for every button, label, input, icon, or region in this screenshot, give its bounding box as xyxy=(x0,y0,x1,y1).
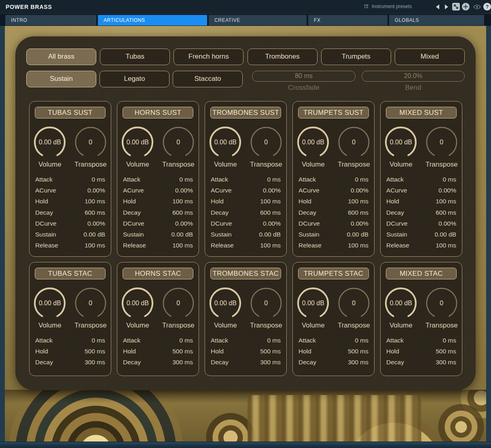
transpose-knob[interactable]: 0 xyxy=(425,125,459,159)
transpose-knob[interactable]: 0 xyxy=(249,125,283,159)
volume-knob[interactable]: 0.00 dB xyxy=(208,125,242,159)
param-value[interactable]: 0.00% xyxy=(175,185,193,196)
volume-knob[interactable]: 0.00 dB xyxy=(296,286,330,320)
volume-knob[interactable]: 0.00 dB xyxy=(208,286,242,320)
param-value[interactable]: 0.00% xyxy=(263,218,281,229)
staccato-panel-grid: TUBAS STAC 0.00 dB Volume xyxy=(29,262,462,376)
tab-fx[interactable]: FX xyxy=(308,15,387,25)
param-value[interactable]: 100 ms xyxy=(260,240,281,251)
crossfade-field[interactable]: 80 ms xyxy=(252,71,356,82)
tab-articulations[interactable]: ARTICULATIONS xyxy=(98,15,207,25)
volume-knob[interactable]: 0.00 dB xyxy=(121,286,154,320)
param-value[interactable]: 300 ms xyxy=(436,357,456,368)
param-value[interactable]: 100 ms xyxy=(85,240,105,251)
param-value[interactable]: 0 ms xyxy=(91,174,105,185)
param-value[interactable]: 0 ms xyxy=(267,335,281,346)
param-value[interactable]: 0 ms xyxy=(442,335,456,346)
transpose-knob[interactable]: 0 xyxy=(74,125,108,159)
volume-knob[interactable]: 0.00 dB xyxy=(33,286,67,320)
param-value[interactable]: 0 ms xyxy=(355,174,368,185)
param-value[interactable]: 0 ms xyxy=(267,174,281,185)
tab-creative[interactable]: CREATIVE xyxy=(209,15,307,25)
volume-label: Volume xyxy=(214,161,237,169)
param-value[interactable]: 300 ms xyxy=(85,357,105,368)
param-value[interactable]: 0 ms xyxy=(179,174,193,185)
param-value[interactable]: 0.00% xyxy=(351,185,368,196)
param-label: Decay xyxy=(298,357,316,368)
transpose-knob[interactable]: 0 xyxy=(74,286,108,320)
param-value[interactable]: 100 ms xyxy=(260,196,281,207)
transpose-knob[interactable]: 0 xyxy=(425,286,459,320)
param-value[interactable]: 100 ms xyxy=(436,240,456,251)
transpose-knob[interactable]: 0 xyxy=(249,286,283,320)
tab-intro[interactable]: INTRO xyxy=(5,15,96,25)
param-value[interactable]: 0.00% xyxy=(87,185,105,196)
param-value[interactable]: 0.00% xyxy=(438,185,456,196)
button-trombones[interactable]: Trombones xyxy=(248,49,317,65)
previous-preset-icon[interactable] xyxy=(436,4,439,9)
button-mixed[interactable]: Mixed xyxy=(395,49,465,65)
button-tubas[interactable]: Tubas xyxy=(100,49,170,65)
param-value[interactable]: 100 ms xyxy=(348,196,368,207)
param-value[interactable]: 600 ms xyxy=(260,207,281,218)
param-value[interactable]: 0 ms xyxy=(355,335,368,346)
param-value[interactable]: 600 ms xyxy=(172,207,193,218)
param-value[interactable]: 0 ms xyxy=(179,335,193,346)
transpose-knob[interactable]: 0 xyxy=(161,286,195,320)
param-value[interactable]: 500 ms xyxy=(172,346,193,357)
param-value[interactable]: 0 ms xyxy=(91,335,105,346)
param-value[interactable]: 0.00 dB xyxy=(171,229,193,240)
param-value[interactable]: 100 ms xyxy=(348,240,368,251)
param-value[interactable]: 500 ms xyxy=(260,346,281,357)
button-sustain[interactable]: Sustain xyxy=(26,71,96,87)
help-icon[interactable]: ? xyxy=(483,3,491,11)
tab-globals[interactable]: GLOBALS xyxy=(389,15,484,25)
volume-knob[interactable]: 0.00 dB xyxy=(384,286,418,320)
next-preset-icon[interactable] xyxy=(445,4,448,9)
button-all-brass[interactable]: All brass xyxy=(26,49,96,65)
param-value[interactable]: 0.00% xyxy=(351,218,368,229)
param-value[interactable]: 500 ms xyxy=(85,346,105,357)
param-value[interactable]: 0.00% xyxy=(175,218,193,229)
button-trumpets[interactable]: Trumpets xyxy=(321,49,391,65)
param-value[interactable]: 300 ms xyxy=(348,357,368,368)
param-value[interactable]: 600 ms xyxy=(348,207,368,218)
move-icon[interactable] xyxy=(462,3,470,11)
param-value[interactable]: 300 ms xyxy=(172,357,193,368)
button-legato[interactable]: Legato xyxy=(99,71,169,87)
param-value[interactable]: 300 ms xyxy=(260,357,281,368)
volume-knob[interactable]: 0.00 dB xyxy=(296,125,330,159)
param-value[interactable]: 500 ms xyxy=(348,346,368,357)
param-value[interactable]: 0.00% xyxy=(263,185,281,196)
param-value[interactable]: 100 ms xyxy=(172,196,193,207)
transpose-knob[interactable]: 0 xyxy=(337,286,371,320)
instrument-presets-button[interactable]: Instrument presets xyxy=(364,4,412,9)
param-value[interactable]: 0 ms xyxy=(442,174,456,185)
transpose-value: 0 xyxy=(425,300,459,307)
button-french-horns[interactable]: French horns xyxy=(174,49,243,65)
param-label: DCurve xyxy=(211,218,232,229)
param-row: Hold 500 ms xyxy=(35,346,105,357)
transpose-knob[interactable]: 0 xyxy=(161,125,195,159)
param-value[interactable]: 0.00 dB xyxy=(347,229,368,240)
volume-knob[interactable]: 0.00 dB xyxy=(33,125,67,159)
bend-field[interactable]: 20.0% xyxy=(362,71,465,82)
param-value[interactable]: 0.00 dB xyxy=(84,229,105,240)
transpose-knob[interactable]: 0 xyxy=(337,125,371,159)
resize-icon[interactable] xyxy=(452,3,460,11)
param-value[interactable]: 0.00 dB xyxy=(259,229,281,240)
param-value[interactable]: 600 ms xyxy=(436,207,456,218)
param-value[interactable]: 500 ms xyxy=(436,346,456,357)
button-staccato[interactable]: Staccato xyxy=(173,71,243,87)
visibility-icon[interactable] xyxy=(473,3,481,11)
param-value[interactable]: 100 ms xyxy=(436,196,456,207)
param-value[interactable]: 0.00% xyxy=(87,218,105,229)
param-value[interactable]: 0.00 dB xyxy=(435,229,456,240)
param-value[interactable]: 100 ms xyxy=(172,240,193,251)
param-value[interactable]: 600 ms xyxy=(85,207,105,218)
volume-knob[interactable]: 0.00 dB xyxy=(384,125,418,159)
param-value[interactable]: 0.00% xyxy=(438,218,456,229)
param-label: Sustain xyxy=(123,229,144,240)
volume-knob[interactable]: 0.00 dB xyxy=(121,125,154,159)
param-value[interactable]: 100 ms xyxy=(85,196,105,207)
